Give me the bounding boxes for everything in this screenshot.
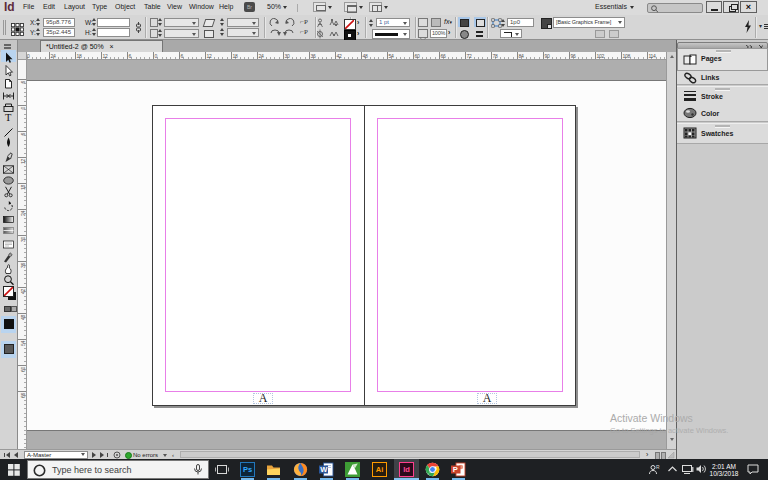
svg-text:R: R (656, 464, 660, 470)
svg-text:P: P (453, 465, 458, 474)
svg-text:W: W (320, 465, 328, 474)
